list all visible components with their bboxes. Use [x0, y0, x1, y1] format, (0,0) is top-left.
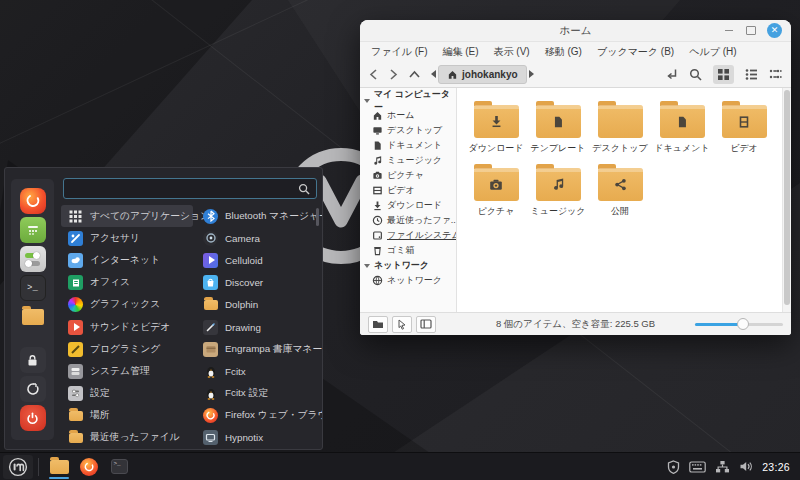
category-recent-files[interactable]: 最近使ったファイル: [61, 427, 193, 449]
menu-help[interactable]: ヘルプ (H): [689, 45, 736, 59]
vertical-scrollbar[interactable]: [782, 88, 791, 312]
slider-knob[interactable]: [737, 318, 749, 330]
file-item-downloads[interactable]: ダウンロード: [465, 94, 527, 157]
sidebar-item-downloads[interactable]: ダウンロード: [360, 198, 456, 213]
software-manager-button[interactable]: [20, 217, 46, 243]
minimize-button[interactable]: [723, 25, 735, 37]
file-item-public[interactable]: 公開: [589, 157, 651, 220]
close-button[interactable]: ✕: [767, 23, 782, 38]
nav-buttons: [369, 69, 420, 80]
taskbar-terminal[interactable]: >_: [106, 455, 132, 479]
breadcrumb-right-arrow[interactable]: [529, 70, 534, 78]
breadcrumb-left-arrow[interactable]: [431, 70, 436, 78]
category-accessories[interactable]: アクセサリ: [61, 227, 193, 249]
terminal-favorite-button[interactable]: >_: [20, 275, 46, 301]
folder-icon: [50, 460, 69, 474]
app-ibus-preferences[interactable]: iBus の設定: [196, 449, 320, 450]
menu-scrollbar-thumb[interactable]: [316, 208, 319, 226]
app-fcitx[interactable]: Fcitx: [196, 360, 320, 382]
menu-bookmarks[interactable]: ブックマーク (B): [597, 45, 674, 59]
menu-view[interactable]: 表示 (V): [494, 45, 530, 59]
lock-screen-button[interactable]: [20, 347, 46, 373]
menu-edit[interactable]: 編集 (E): [442, 45, 478, 59]
sidebar-item-pictures[interactable]: ピクチャ: [360, 168, 456, 183]
sidebar-section-network[interactable]: ネットワーク: [360, 258, 456, 273]
mint-logo-icon: [8, 457, 28, 477]
maximize-button[interactable]: [745, 25, 757, 37]
app-celluloid[interactable]: Celluloid: [196, 249, 320, 271]
sidebar-item-trash[interactable]: ゴミ箱: [360, 243, 456, 258]
category-places[interactable]: 場所: [61, 405, 193, 427]
file-item-videos[interactable]: ビデオ: [713, 94, 775, 157]
keyboard-input-icon[interactable]: [689, 461, 706, 473]
app-camera[interactable]: Camera: [196, 227, 320, 249]
search-input[interactable]: [64, 179, 298, 198]
firefox-favorite-button[interactable]: [20, 188, 46, 214]
sidebar-item-filesystem[interactable]: ファイルシステム: [360, 228, 456, 243]
shield-update-icon[interactable]: [667, 460, 680, 474]
logout-button[interactable]: [20, 376, 46, 402]
menu-file[interactable]: ファイル (F): [371, 45, 427, 59]
app-bluetooth-manager[interactable]: Bluetooth マネージャー: [196, 205, 320, 227]
category-sound-video[interactable]: サウンドとビデオ: [61, 316, 193, 338]
up-button[interactable]: [409, 70, 420, 79]
app-drawing[interactable]: Drawing: [196, 316, 320, 338]
sidebar-item-documents[interactable]: ドキュメント: [360, 138, 456, 153]
sidebar-section-computer[interactable]: マイ コンピューター: [360, 93, 456, 108]
category-graphics[interactable]: グラフィックス: [61, 294, 193, 316]
breadcrumb-home-button[interactable]: johokankyo: [438, 65, 527, 84]
category-all-applications[interactable]: すべてのアプリケーション: [61, 205, 193, 227]
folder-icon: [598, 105, 643, 138]
window-titlebar[interactable]: ホーム ✕: [360, 20, 791, 42]
forward-button[interactable]: [389, 69, 398, 80]
menu-go[interactable]: 移動 (G): [545, 45, 582, 59]
back-button[interactable]: [369, 69, 378, 80]
category-administration[interactable]: システム管理: [61, 360, 193, 382]
archive-icon: [203, 342, 218, 357]
zoom-slider[interactable]: [695, 318, 783, 330]
camera-emblem-icon: [488, 177, 504, 193]
app-fcitx-config[interactable]: Fcitx 設定: [196, 383, 320, 405]
menu-launcher-button[interactable]: [3, 455, 33, 479]
sidebar-item-desktop[interactable]: デスクトップ: [360, 123, 456, 138]
toggle-on-icon: [25, 253, 40, 258]
system-settings-button[interactable]: [20, 246, 46, 272]
accessories-icon: [68, 231, 83, 246]
app-discover[interactable]: Discover: [196, 272, 320, 294]
file-item-desktop[interactable]: デスクトップ: [589, 94, 651, 157]
section-header-label: ネットワーク: [374, 259, 429, 272]
file-item-documents[interactable]: ドキュメント: [651, 94, 713, 157]
menu-search-box[interactable]: [63, 178, 317, 199]
category-office[interactable]: オフィス: [61, 272, 193, 294]
sound-video-icon: [68, 320, 83, 335]
sidebar-item-network[interactable]: ネットワーク: [360, 273, 456, 288]
app-dolphin[interactable]: Dolphin: [196, 294, 320, 316]
sidebar-item-music[interactable]: ミュージック: [360, 153, 456, 168]
sidebar-item-videos[interactable]: ビデオ: [360, 183, 456, 198]
search-button[interactable]: [689, 68, 702, 81]
icon-view-button[interactable]: [713, 65, 734, 84]
taskbar-files-window[interactable]: [46, 455, 72, 479]
file-item-music[interactable]: ミュージック: [527, 157, 589, 220]
file-item-templates[interactable]: テンプレート: [527, 94, 589, 157]
volume-icon[interactable]: [739, 460, 753, 473]
app-hypnotix[interactable]: Hypnotix: [196, 427, 320, 449]
power-button[interactable]: [20, 405, 46, 431]
files-favorite-button[interactable]: [20, 304, 46, 330]
compact-view-button[interactable]: [769, 68, 782, 81]
location-entry-toggle-button[interactable]: [665, 68, 678, 80]
category-internet[interactable]: インターネット: [61, 249, 193, 271]
network-icon[interactable]: [715, 460, 730, 474]
home-icon: [372, 110, 383, 121]
statusbar: 8 個のアイテム、空き容量: 225.5 GB: [360, 312, 791, 335]
list-view-button[interactable]: [745, 68, 758, 81]
sidebar-item-recent[interactable]: 最近使ったファ...: [360, 213, 456, 228]
taskbar-firefox[interactable]: [76, 455, 102, 479]
file-item-pictures[interactable]: ピクチャ: [465, 157, 527, 220]
category-programming[interactable]: プログラミング: [61, 338, 193, 360]
app-firefox[interactable]: Firefox ウェブ・ブラウザ: [196, 405, 320, 427]
app-engrampa[interactable]: Engrampa 書庫マネージャ: [196, 338, 320, 360]
category-preferences[interactable]: 設定: [61, 383, 193, 405]
scrollbar-thumb[interactable]: [784, 90, 790, 305]
clock[interactable]: 23:26: [762, 461, 790, 473]
